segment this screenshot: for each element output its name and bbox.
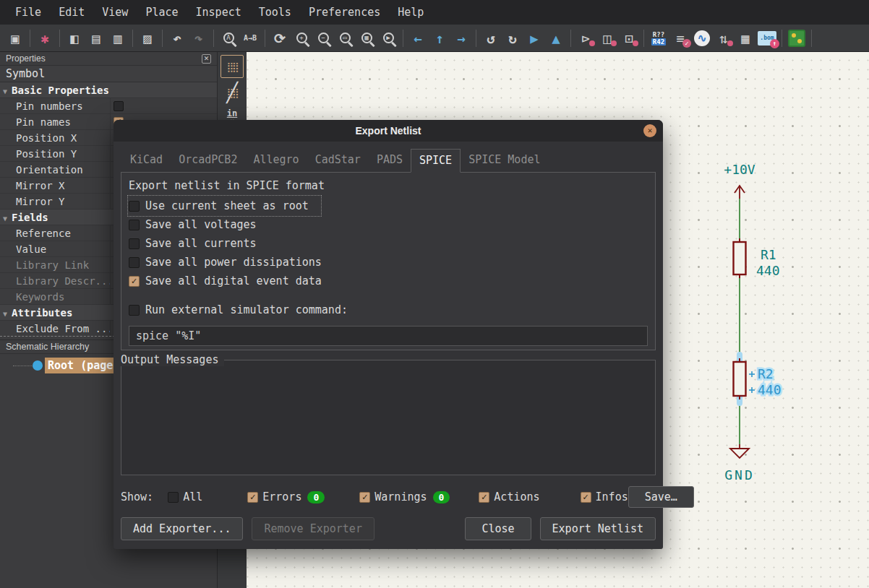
save-currents-checkbox[interactable] <box>129 238 140 249</box>
resistor-r2-selected[interactable] <box>734 355 746 403</box>
r2-value-label[interactable]: 440 <box>758 382 782 397</box>
option-use-current-sheet-as-root[interactable]: Use current sheet as root <box>129 196 320 215</box>
gnd-symbol[interactable] <box>730 444 749 458</box>
tab-pads[interactable]: PADS <box>369 149 411 172</box>
pcb-editor-icon[interactable] <box>786 28 808 48</box>
print-icon[interactable]: ▤ <box>85 28 107 48</box>
main-toolbar: ▣ ✱ ◧ ▤ ▥ ▨ ↶ ↷ A A→B ⟳ + − ▭ ▦ ▶ ← ↑ → … <box>0 25 869 52</box>
export-netlist-button[interactable]: Export Netlist <box>540 517 656 540</box>
filter-actions-checkbox[interactable] <box>479 492 489 503</box>
option-save-all-power-dissipations[interactable]: Save all power dissipations <box>129 253 648 272</box>
output-messages-box[interactable]: Output Messages <box>121 360 656 475</box>
filter-warnings-checkbox[interactable] <box>359 492 370 503</box>
zoom-selection-icon[interactable]: ▶ <box>377 28 399 48</box>
option-run-external-simulator[interactable]: Run external simulator command: <box>129 301 648 319</box>
power-symbol-10v[interactable] <box>735 186 745 199</box>
rotate-ccw-icon[interactable]: ↺ <box>480 28 502 48</box>
netlist-format-tabs: KiCad OrcadPCB2 Allegro CadStar PADS SPI… <box>121 146 656 173</box>
undo-icon[interactable]: ↶ <box>166 28 188 48</box>
remove-exporter-button[interactable]: Remove Exporter <box>252 517 374 540</box>
save-power-checkbox[interactable] <box>129 257 140 268</box>
simulation-model-editor-icon[interactable]: ⊳ <box>575 28 596 48</box>
property-row-pin-numbers[interactable]: Pin numbers <box>0 98 217 114</box>
save-digital-checkbox[interactable] <box>129 276 140 287</box>
save-icon[interactable]: ▣ <box>4 28 26 48</box>
tab-spice-model[interactable]: SPICE Model <box>461 149 548 172</box>
plot-icon[interactable]: ▥ <box>107 28 129 48</box>
dialog-titlebar[interactable]: Export Netlist ✕ <box>114 120 663 142</box>
menu-preferences[interactable]: Preferences <box>301 1 388 23</box>
tab-cadstar[interactable]: CadStar <box>307 149 369 172</box>
zoom-page-icon[interactable]: ▭ <box>334 28 356 48</box>
menu-view[interactable]: View <box>94 1 136 23</box>
r1-value-label[interactable]: 440 <box>756 263 780 278</box>
save-report-button[interactable]: Save… <box>628 486 694 508</box>
filter-actions-label: Actions <box>494 490 539 503</box>
annotate-icon[interactable]: R??R42 <box>648 28 669 48</box>
resistor-r1[interactable] <box>734 238 746 278</box>
properties-panel-header: Properties ✕ <box>0 52 217 66</box>
dialog-close-icon[interactable]: ✕ <box>643 124 656 137</box>
filter-infos-checkbox[interactable] <box>581 492 591 503</box>
erc-icon[interactable]: ≡ <box>669 28 691 48</box>
power-label[interactable]: +10V <box>724 162 755 177</box>
properties-symbol-label: Symbol <box>0 66 217 82</box>
r1-reference-label[interactable]: R1 <box>761 247 776 262</box>
paste-icon[interactable]: ▨ <box>137 28 158 48</box>
r2-anchor-markers <box>749 371 755 393</box>
save-voltages-checkbox[interactable] <box>129 220 140 230</box>
fields-table-icon[interactable]: ▦ <box>735 28 756 48</box>
close-button[interactable]: Close <box>465 517 531 540</box>
nav-up-icon[interactable]: ↑ <box>429 28 450 48</box>
menu-place[interactable]: Place <box>137 1 186 23</box>
tab-orcadpcb2[interactable]: OrcadPCB2 <box>171 149 245 172</box>
page-settings-icon[interactable]: ◧ <box>64 28 85 48</box>
zoom-out-icon[interactable]: − <box>312 28 334 48</box>
filter-errors-checkbox[interactable] <box>247 492 258 503</box>
nav-back-icon[interactable]: ← <box>407 28 429 48</box>
menu-help[interactable]: Help <box>390 1 432 23</box>
r2-reference-label[interactable]: R2 <box>758 366 774 381</box>
schematic-setup-icon[interactable]: ✱ <box>34 28 56 48</box>
option-save-all-currents[interactable]: Save all currents <box>129 234 648 253</box>
tab-kicad[interactable]: KiCad <box>122 149 171 172</box>
pin-numbers-checkbox[interactable] <box>114 101 124 111</box>
mirror-vertical-icon[interactable]: ▲ <box>545 28 567 48</box>
toolbar-separator <box>213 30 214 47</box>
section-basic-properties[interactable]: Basic Properties <box>0 82 217 98</box>
option-save-all-digital-event-data[interactable]: Save all digital event data <box>129 272 648 290</box>
use-current-sheet-checkbox[interactable] <box>129 201 140 212</box>
redo-icon[interactable]: ↷ <box>188 28 210 48</box>
menu-inspect[interactable]: Inspect <box>188 1 249 23</box>
menu-edit[interactable]: Edit <box>51 1 93 23</box>
library-browser-icon[interactable]: ◫ <box>596 28 618 48</box>
zoom-in-icon[interactable]: + <box>291 28 312 48</box>
assign-footprints-icon[interactable]: ⇅ <box>713 28 735 48</box>
bom-export-icon[interactable]: .bom <box>756 28 778 48</box>
find-replace-icon[interactable]: A→B <box>239 28 261 48</box>
mirror-horizontal-icon[interactable]: ▶ <box>523 28 545 48</box>
menu-tools[interactable]: Tools <box>251 1 299 23</box>
gnd-label[interactable]: GND <box>724 467 755 483</box>
toolbar-separator <box>476 30 476 47</box>
option-save-all-voltages[interactable]: Save all voltages <box>129 215 648 234</box>
tab-spice[interactable]: SPICE <box>411 149 461 173</box>
filter-all-checkbox[interactable] <box>168 492 179 503</box>
refresh-icon[interactable]: ⟳ <box>269 28 291 48</box>
rotate-cw-icon[interactable]: ↻ <box>502 28 523 48</box>
grid-show-icon[interactable]: ⣿⣿ <box>221 55 244 78</box>
nav-forward-icon[interactable]: → <box>450 28 472 48</box>
toolbar-separator <box>30 30 30 47</box>
simulator-command-input[interactable] <box>129 326 648 346</box>
grid-hide-icon[interactable]: ⣿⣿╱ <box>221 81 244 104</box>
tab-allegro[interactable]: Allegro <box>245 149 307 172</box>
toolbar-separator <box>403 30 403 47</box>
symbol-editor-icon[interactable]: ⊡ <box>618 28 640 48</box>
simulator-icon[interactable]: ∿ <box>691 28 713 48</box>
run-simulator-checkbox[interactable] <box>129 305 140 316</box>
zoom-fit-icon[interactable]: ▦ <box>356 28 377 48</box>
menu-file[interactable]: File <box>7 1 49 23</box>
close-panel-icon[interactable]: ✕ <box>202 54 211 64</box>
find-icon[interactable]: A <box>218 28 239 48</box>
add-exporter-button[interactable]: Add Exporter... <box>121 517 243 540</box>
